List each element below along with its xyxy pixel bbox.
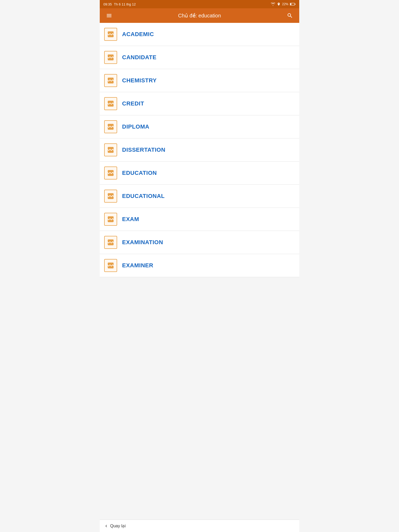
- back-label: Quay lại: [110, 523, 126, 528]
- wifi-icon: [271, 2, 275, 6]
- location-icon: [277, 2, 281, 6]
- item-label: EXAMINATION: [122, 239, 163, 246]
- list-item[interactable]: EXAMINATION: [100, 231, 299, 254]
- battery-icon: [290, 3, 296, 6]
- status-date: Th 6 11 thg 12: [114, 2, 136, 6]
- item-label: DIPLOMA: [122, 123, 149, 130]
- item-icon-4: [104, 120, 117, 134]
- list-item[interactable]: EDUCATION: [100, 162, 299, 185]
- status-time: 09:35: [103, 2, 112, 6]
- page-title: Chủ đề: education: [114, 12, 285, 19]
- image-placeholder-icon: [104, 259, 117, 272]
- status-battery: 22%: [282, 2, 288, 6]
- image-placeholder-icon: [104, 51, 117, 64]
- item-icon-8: [104, 212, 117, 226]
- item-label: ACADEMIC: [122, 31, 154, 38]
- list-item[interactable]: CHEMISTRY: [100, 69, 299, 92]
- image-placeholder-icon: [104, 120, 117, 133]
- item-icon-10: [104, 259, 117, 272]
- image-placeholder-icon: [104, 190, 117, 203]
- item-icon-7: [104, 189, 117, 203]
- item-icon-5: [104, 143, 117, 157]
- image-placeholder-icon: [104, 213, 117, 226]
- top-app-bar: Chủ đề: education: [100, 8, 299, 23]
- list-item[interactable]: CANDIDATE: [100, 46, 299, 69]
- item-label: EDUCATION: [122, 170, 157, 176]
- image-placeholder-icon: [104, 74, 117, 87]
- bottom-bar: Quay lại: [100, 520, 299, 532]
- item-label: CREDIT: [122, 100, 144, 107]
- image-placeholder-icon: [104, 28, 117, 41]
- image-placeholder-icon: [104, 143, 117, 156]
- search-button[interactable]: [285, 10, 295, 21]
- list-item[interactable]: EXAMINER: [100, 254, 299, 277]
- item-icon-3: [104, 97, 117, 110]
- image-placeholder-icon: [104, 167, 117, 179]
- item-label: CHEMISTRY: [122, 77, 157, 84]
- list-item[interactable]: DISSERTATION: [100, 138, 299, 162]
- menu-button[interactable]: [104, 10, 114, 21]
- status-right: 22%: [271, 2, 296, 6]
- status-left: 09:35 Th 6 11 thg 12: [103, 2, 136, 6]
- item-label: EXAM: [122, 216, 139, 223]
- item-icon-1: [104, 51, 117, 64]
- list-item[interactable]: ACADEMIC: [100, 23, 299, 46]
- list-item[interactable]: EDUCATIONAL: [100, 185, 299, 208]
- list-wrapper: ACADEMIC CANDIDATE CHEMISTRY: [100, 23, 299, 293]
- list-item[interactable]: EXAM: [100, 208, 299, 231]
- item-label: CANDIDATE: [122, 54, 156, 61]
- item-icon-6: [104, 166, 117, 180]
- item-icon-9: [104, 236, 117, 249]
- item-icon-2: [104, 74, 117, 87]
- status-bar: 09:35 Th 6 11 thg 12 22%: [100, 0, 299, 8]
- back-button[interactable]: Quay lại: [104, 523, 126, 528]
- list-item[interactable]: CREDIT: [100, 92, 299, 115]
- item-label: EDUCATIONAL: [122, 193, 165, 200]
- svg-rect-2: [290, 3, 291, 5]
- svg-rect-1: [295, 4, 295, 5]
- image-placeholder-icon: [104, 236, 117, 249]
- item-label: EXAMINER: [122, 262, 153, 269]
- image-placeholder-icon: [104, 97, 117, 110]
- item-icon-0: [104, 28, 117, 41]
- list-item[interactable]: DIPLOMA: [100, 115, 299, 138]
- item-label: DISSERTATION: [122, 147, 165, 153]
- vocabulary-list: ACADEMIC CANDIDATE CHEMISTRY: [100, 23, 299, 277]
